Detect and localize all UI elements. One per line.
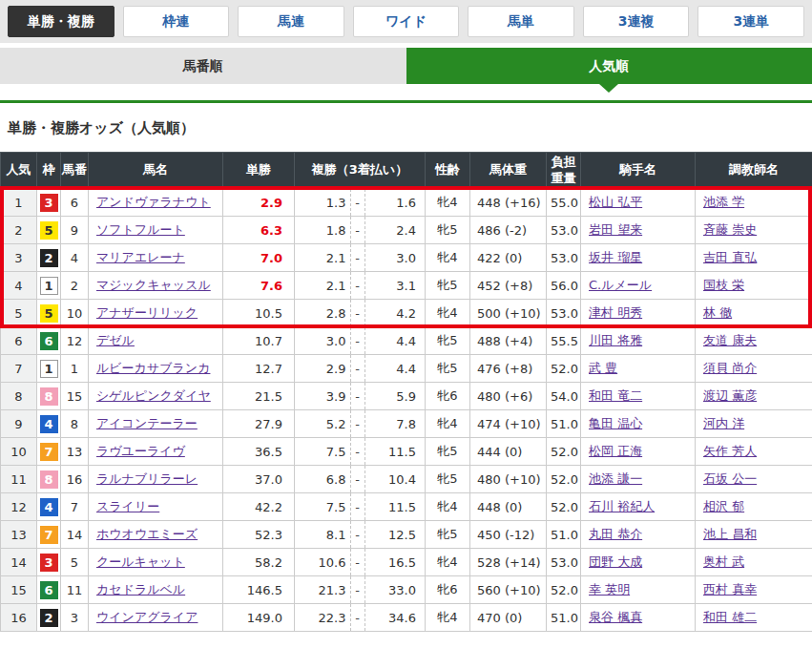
- bet-tab-sanrentan[interactable]: 3連単: [697, 6, 804, 37]
- bet-tab-umaren[interactable]: 馬連: [238, 6, 344, 37]
- waku-badge: 5: [40, 221, 58, 240]
- sex-age-cell: 牝6: [426, 383, 470, 410]
- horse-link[interactable]: ルビーカサブランカ: [96, 361, 210, 375]
- waku-badge: 1: [40, 277, 58, 295]
- jockey-link[interactable]: 津村 明秀: [589, 305, 642, 320]
- waku-cell: 3: [37, 189, 61, 217]
- place-odds-high: 5.9: [365, 389, 426, 404]
- bet-tab-umatan[interactable]: 馬単: [468, 6, 574, 37]
- sort-tab-bar: 馬番順 人気順: [0, 48, 812, 93]
- trainer-link[interactable]: 友道 康夫: [703, 333, 757, 347]
- horse-link[interactable]: ラヴユーライヴ: [96, 444, 185, 458]
- win-odds-cell: 37.0: [223, 466, 295, 493]
- sex-age-cell: 牝4: [426, 493, 470, 521]
- place-odds-cell: 2.1-3.0: [295, 244, 426, 272]
- jockey-link[interactable]: 泉谷 楓真: [589, 610, 642, 624]
- jockey-link[interactable]: 川田 将雅: [589, 333, 642, 347]
- jockey-link[interactable]: 石川 裕紀人: [589, 499, 655, 513]
- waku-badge: 8: [40, 470, 58, 489]
- horse-number-cell: 9: [61, 217, 89, 244]
- trainer-link[interactable]: 西村 真幸: [703, 582, 757, 596]
- horse-link[interactable]: カセドラルベル: [96, 582, 185, 596]
- col-header-impost: 負担重量: [547, 153, 581, 189]
- trainer-link[interactable]: 池上 昌和: [703, 527, 757, 541]
- trainer-link[interactable]: 須貝 尚介: [703, 361, 757, 375]
- horse-link[interactable]: クールキャット: [96, 554, 185, 569]
- horse-link[interactable]: マジックキャッスル: [96, 278, 211, 292]
- bet-tab-sanrenpuku[interactable]: 3連複: [583, 6, 690, 37]
- jockey-link[interactable]: 丸田 恭介: [589, 527, 642, 541]
- place-odds-low: 3.9: [295, 389, 350, 404]
- horse-weight-cell: 452 (+8): [470, 272, 547, 300]
- trainer-link[interactable]: 相沢 郁: [703, 499, 744, 513]
- trainer-link[interactable]: 吉田 直弘: [703, 250, 757, 264]
- active-tab-arrow-icon: [599, 84, 618, 93]
- horse-link[interactable]: マリアエレーナ: [96, 250, 185, 264]
- page-title: 単勝・複勝オッズ（人気順）: [0, 103, 812, 152]
- waku-cell: 1: [37, 272, 61, 300]
- rank-cell: 2: [1, 217, 37, 244]
- impost-cell: 53.0: [547, 549, 581, 576]
- horse-link[interactable]: アイコンテーラー: [96, 416, 198, 430]
- rank-cell: 16: [1, 604, 37, 632]
- trainer-cell: 西村 真幸: [696, 576, 812, 604]
- place-odds-low: 1.8: [295, 223, 350, 238]
- jockey-link[interactable]: 松岡 正海: [589, 444, 642, 458]
- horse-link[interactable]: アンドヴァラナウト: [96, 195, 211, 209]
- impost-cell: 52.0: [547, 466, 581, 493]
- jockey-link[interactable]: 団野 大成: [589, 554, 642, 569]
- horse-name-cell: スライリー: [89, 493, 223, 521]
- horse-link[interactable]: ラルナブリラーレ: [96, 471, 198, 486]
- bet-tab-wide[interactable]: ワイド: [353, 6, 460, 37]
- trainer-link[interactable]: 河内 洋: [703, 416, 744, 430]
- horse-link[interactable]: ウインアグライア: [96, 610, 198, 624]
- bet-tab-wakuren[interactable]: 枠連: [123, 6, 230, 37]
- trainer-cell: 斉藤 崇史: [696, 217, 812, 244]
- win-odds-cell: 7.6: [223, 272, 295, 300]
- place-odds-high: 7.8: [365, 417, 426, 431]
- bet-tab-win-place[interactable]: 単勝・複勝: [8, 6, 115, 37]
- col-header-waku: 枠: [37, 153, 61, 189]
- horse-name-cell: マリアエレーナ: [89, 244, 223, 272]
- jockey-cell: 丸田 恭介: [581, 521, 696, 549]
- jockey-link[interactable]: 岩田 望来: [589, 222, 642, 237]
- jockey-link[interactable]: 和田 竜二: [589, 388, 642, 403]
- col-header-rank: 人気: [1, 153, 37, 189]
- place-odds-separator: -: [350, 244, 365, 271]
- jockey-link[interactable]: 松山 弘平: [589, 195, 642, 209]
- place-odds-low: 21.3: [295, 583, 350, 597]
- trainer-link[interactable]: 国枝 栄: [703, 278, 744, 292]
- horse-link[interactable]: シゲルピンクダイヤ: [96, 388, 211, 403]
- jockey-link[interactable]: 池添 謙一: [589, 471, 642, 486]
- jockey-link[interactable]: 幸 英明: [589, 582, 630, 596]
- trainer-link[interactable]: 池添 学: [703, 195, 744, 209]
- place-odds-separator: -: [350, 438, 365, 465]
- jockey-link[interactable]: C.ルメール: [589, 278, 652, 292]
- odds-table-body: 136アンドヴァラナウト2.91.3-1.6牝4448 (+16)55.0松山 …: [1, 189, 812, 632]
- jockey-link[interactable]: 武 豊: [589, 361, 617, 375]
- jockey-link[interactable]: 亀田 温心: [589, 416, 642, 430]
- trainer-link[interactable]: 渡辺 薫彦: [703, 388, 757, 403]
- sort-tab-popularity[interactable]: 人気順: [406, 48, 812, 84]
- horse-link[interactable]: ホウオウエミーズ: [96, 527, 198, 541]
- horse-link[interactable]: スライリー: [96, 499, 159, 513]
- trainer-link[interactable]: 奥村 武: [703, 554, 744, 569]
- trainer-link[interactable]: 和田 雄二: [703, 610, 757, 624]
- trainer-link[interactable]: 矢作 芳人: [703, 444, 757, 458]
- horse-link[interactable]: アナザーリリック: [96, 305, 198, 320]
- horse-link[interactable]: デゼル: [96, 333, 135, 347]
- horse-weight-cell: 486 (-2): [470, 217, 547, 244]
- waku-cell: 6: [37, 327, 61, 355]
- place-odds-range: 8.1-12.5: [295, 521, 425, 548]
- jockey-link[interactable]: 坂井 瑠星: [589, 250, 642, 264]
- horse-link[interactable]: ソフトフルート: [96, 222, 185, 237]
- sex-age-cell: 牝5: [426, 521, 470, 549]
- sort-tab-horse-number[interactable]: 馬番順: [0, 48, 406, 84]
- trainer-link[interactable]: 斉藤 崇史: [703, 222, 757, 237]
- place-odds-low: 6.8: [295, 472, 350, 487]
- trainer-link[interactable]: 石坂 公一: [703, 471, 757, 486]
- place-odds-cell: 6.8-10.4: [295, 466, 426, 493]
- impost-cell: 54.0: [547, 383, 581, 410]
- impost-cell: 53.0: [547, 217, 581, 244]
- trainer-link[interactable]: 林 徹: [703, 305, 732, 320]
